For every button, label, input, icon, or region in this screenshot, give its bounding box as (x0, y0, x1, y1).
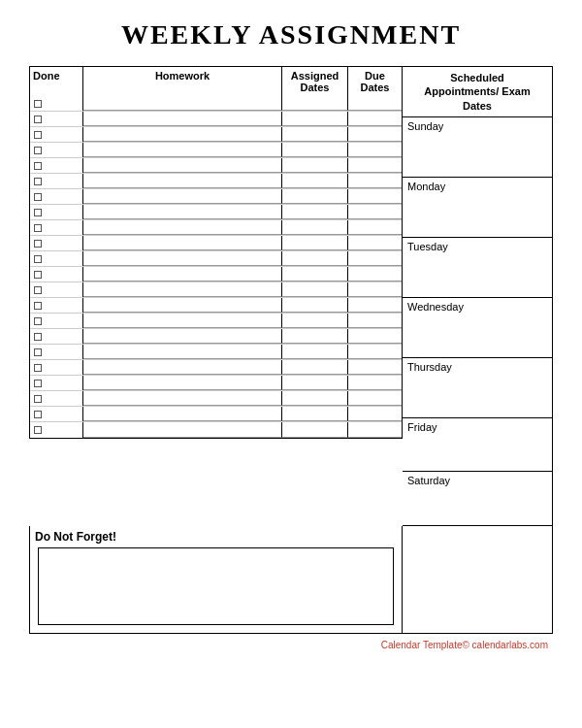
cell-done-2[interactable] (30, 127, 83, 142)
cell-homework-7[interactable] (83, 205, 282, 219)
cell-due-4[interactable] (348, 158, 402, 173)
cell-assigned-12[interactable] (282, 282, 348, 297)
cell-assigned-3[interactable] (282, 143, 348, 157)
cell-homework-5[interactable] (83, 174, 282, 188)
cell-done-0[interactable] (30, 96, 83, 111)
cell-due-13[interactable] (348, 298, 402, 313)
cell-due-0[interactable] (348, 96, 402, 111)
cell-due-11[interactable] (348, 267, 402, 281)
cell-due-1[interactable] (348, 112, 402, 126)
cell-done-19[interactable] (30, 391, 83, 406)
cell-done-10[interactable] (30, 251, 83, 266)
checkbox-9[interactable] (34, 240, 42, 248)
cell-done-18[interactable] (30, 376, 83, 390)
cell-due-15[interactable] (348, 329, 402, 344)
cell-done-13[interactable] (30, 298, 83, 313)
cell-assigned-11[interactable] (282, 267, 348, 281)
cell-done-1[interactable] (30, 112, 83, 126)
cell-homework-14[interactable] (83, 314, 282, 328)
cell-due-18[interactable] (348, 376, 402, 390)
cell-due-17[interactable] (348, 360, 402, 375)
cell-due-20[interactable] (348, 407, 402, 421)
cell-due-10[interactable] (348, 251, 402, 266)
cell-homework-16[interactable] (83, 345, 282, 359)
cell-homework-6[interactable] (83, 189, 282, 204)
cell-due-6[interactable] (348, 189, 402, 204)
cell-due-3[interactable] (348, 143, 402, 157)
checkbox-17[interactable] (34, 364, 42, 372)
cell-assigned-5[interactable] (282, 174, 348, 188)
cell-homework-21[interactable] (83, 422, 282, 438)
cell-assigned-9[interactable] (282, 236, 348, 250)
cell-assigned-14[interactable] (282, 314, 348, 328)
checkbox-2[interactable] (34, 131, 42, 139)
cell-homework-3[interactable] (83, 143, 282, 157)
cell-done-9[interactable] (30, 236, 83, 250)
cell-done-14[interactable] (30, 314, 83, 328)
checkbox-20[interactable] (34, 411, 42, 418)
cell-homework-4[interactable] (83, 158, 282, 173)
cell-homework-2[interactable] (83, 127, 282, 142)
cell-done-8[interactable] (30, 220, 83, 235)
cell-due-12[interactable] (348, 282, 402, 297)
cell-done-11[interactable] (30, 267, 83, 281)
cell-homework-11[interactable] (83, 267, 282, 281)
cell-assigned-7[interactable] (282, 205, 348, 219)
cell-assigned-20[interactable] (282, 407, 348, 421)
checkbox-11[interactable] (34, 271, 42, 279)
cell-assigned-13[interactable] (282, 298, 348, 313)
checkbox-15[interactable] (34, 333, 42, 341)
checkbox-19[interactable] (34, 395, 42, 403)
cell-assigned-15[interactable] (282, 329, 348, 344)
cell-assigned-17[interactable] (282, 360, 348, 375)
cell-assigned-1[interactable] (282, 112, 348, 126)
cell-homework-1[interactable] (83, 112, 282, 126)
cell-homework-17[interactable] (83, 360, 282, 375)
cell-homework-15[interactable] (83, 329, 282, 344)
cell-due-21[interactable] (348, 422, 402, 438)
cell-due-14[interactable] (348, 314, 402, 328)
cell-due-16[interactable] (348, 345, 402, 359)
cell-done-20[interactable] (30, 407, 83, 421)
cell-homework-13[interactable] (83, 298, 282, 313)
dont-forget-box[interactable] (38, 547, 394, 625)
cell-assigned-10[interactable] (282, 251, 348, 266)
cell-done-12[interactable] (30, 282, 83, 297)
cell-due-5[interactable] (348, 174, 402, 188)
cell-done-16[interactable] (30, 345, 83, 359)
cell-assigned-4[interactable] (282, 158, 348, 173)
checkbox-21[interactable] (34, 426, 42, 434)
checkbox-8[interactable] (34, 224, 42, 232)
checkbox-16[interactable] (34, 348, 42, 356)
cell-done-7[interactable] (30, 205, 83, 219)
cell-done-4[interactable] (30, 158, 83, 173)
cell-due-2[interactable] (348, 127, 402, 142)
cell-assigned-0[interactable] (282, 96, 348, 111)
cell-done-21[interactable] (30, 422, 83, 438)
checkbox-6[interactable] (34, 193, 42, 201)
checkbox-0[interactable] (34, 100, 42, 108)
checkbox-18[interactable] (34, 380, 42, 387)
cell-due-19[interactable] (348, 391, 402, 406)
cell-done-5[interactable] (30, 174, 83, 188)
checkbox-10[interactable] (34, 255, 42, 263)
cell-homework-19[interactable] (83, 391, 282, 406)
cell-done-3[interactable] (30, 143, 83, 157)
cell-due-7[interactable] (348, 205, 402, 219)
cell-homework-0[interactable] (83, 96, 282, 111)
cell-done-17[interactable] (30, 360, 83, 375)
cell-homework-12[interactable] (83, 282, 282, 297)
checkbox-7[interactable] (34, 209, 42, 216)
checkbox-14[interactable] (34, 317, 42, 325)
checkbox-4[interactable] (34, 162, 42, 170)
cell-done-6[interactable] (30, 189, 83, 204)
checkbox-1[interactable] (34, 116, 42, 123)
cell-homework-10[interactable] (83, 251, 282, 266)
checkbox-12[interactable] (34, 286, 42, 294)
cell-assigned-21[interactable] (282, 422, 348, 438)
checkbox-5[interactable] (34, 178, 42, 185)
cell-assigned-19[interactable] (282, 391, 348, 406)
cell-assigned-6[interactable] (282, 189, 348, 204)
cell-homework-18[interactable] (83, 376, 282, 390)
cell-due-8[interactable] (348, 220, 402, 235)
